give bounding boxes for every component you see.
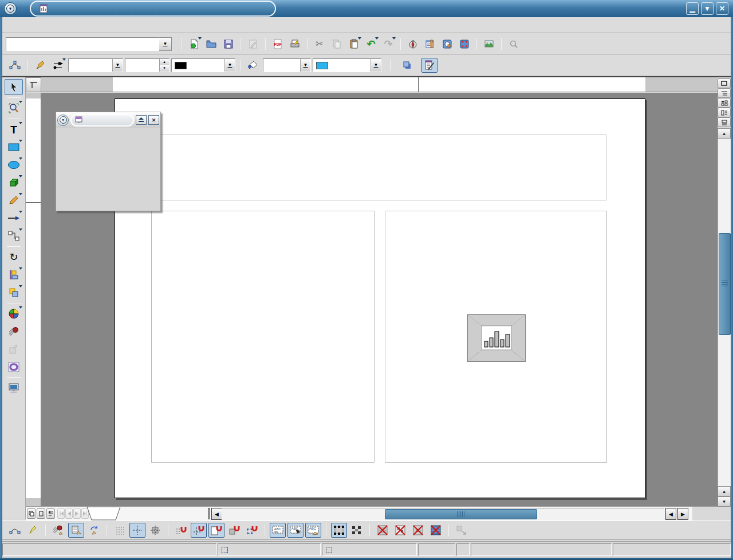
zoom-button[interactable]	[456, 37, 472, 52]
slides-view-button[interactable]	[718, 98, 731, 108]
drawing-view-button[interactable]	[718, 78, 731, 88]
print-button[interactable]	[287, 37, 303, 52]
status-size-field[interactable]	[322, 543, 417, 556]
area-dialog-button[interactable]	[245, 58, 261, 73]
chart-placeholder-icon[interactable]	[467, 314, 526, 362]
next-page-button[interactable]	[73, 508, 81, 519]
palette-close-button[interactable]: ✕	[148, 115, 159, 125]
status-page-field[interactable]	[471, 543, 612, 556]
vertical-scrollbar-thumb[interactable]	[719, 233, 731, 335]
dropdown-button[interactable]: ▼	[371, 59, 381, 72]
exit-group-button[interactable]	[454, 523, 470, 538]
line-color-combobox[interactable]: ▼	[171, 58, 235, 72]
interaction-button[interactable]	[5, 341, 23, 357]
page-mode-button[interactable]	[27, 508, 36, 519]
navigator-button[interactable]	[439, 37, 455, 52]
snap-grid-button[interactable]	[173, 523, 189, 538]
line-contour-button[interactable]	[428, 523, 444, 538]
page-tab[interactable]	[86, 507, 120, 520]
ellipse-tool-button[interactable]	[5, 157, 23, 173]
guides-front-button[interactable]	[147, 523, 163, 538]
gallery-button[interactable]	[481, 37, 497, 52]
previous-page-button[interactable]	[65, 508, 73, 519]
line-width-spinbox[interactable]: ▲▼	[125, 58, 170, 72]
snap-frame-button[interactable]	[226, 523, 242, 538]
window-menu-button[interactable]: ▾	[4, 2, 17, 15]
allow-interaction-button[interactable]	[68, 523, 84, 538]
presentation-palette[interactable]: ▾ ✕	[56, 112, 161, 211]
slide-design-button[interactable]	[421, 58, 438, 73]
snap-margins-button[interactable]	[208, 523, 224, 538]
text-placeholder-button[interactable]: ab	[410, 523, 426, 538]
line-tool-button[interactable]	[5, 210, 23, 226]
line-style-combobox[interactable]: ▼	[68, 58, 123, 72]
double-click-edit-button[interactable]: ABC	[305, 523, 321, 538]
rotate-mode-button[interactable]	[86, 523, 102, 538]
presentation-button[interactable]	[5, 380, 23, 396]
simple-handles-button[interactable]	[331, 523, 347, 538]
new-document-button[interactable]	[186, 37, 202, 52]
bezier-edit-button[interactable]	[7, 523, 23, 538]
palette-titlebar[interactable]: ▾ ✕	[56, 112, 160, 128]
notes-view-button[interactable]	[718, 108, 731, 117]
scroll-right-button[interactable]: ▶	[677, 508, 688, 520]
title-placeholder[interactable]	[151, 135, 606, 200]
show-grid-button[interactable]	[112, 523, 128, 538]
large-handles-button[interactable]	[349, 523, 365, 538]
connector-tool-button[interactable]	[5, 228, 23, 244]
first-page-button[interactable]	[57, 508, 65, 519]
horizontal-ruler[interactable]	[41, 77, 718, 92]
save-button[interactable]	[220, 37, 237, 52]
close-button[interactable]: ✕	[716, 2, 728, 15]
master-mode-button[interactable]	[37, 508, 45, 519]
status-zoom-field[interactable]	[418, 543, 455, 556]
vertical-scrollbar-track[interactable]	[718, 139, 731, 486]
scroll-left-button-2[interactable]: ◀	[665, 508, 676, 520]
alignment-button[interactable]	[5, 267, 23, 283]
edit-points-button[interactable]	[7, 58, 23, 73]
dropdown-button[interactable]: ▼	[112, 59, 123, 72]
glue-points-button[interactable]	[25, 523, 41, 538]
slide-page[interactable]	[115, 98, 645, 498]
snap-guides-button[interactable]	[191, 523, 207, 538]
dropdown-button[interactable]: ▼	[300, 59, 310, 72]
export-pdf-button[interactable]: PDF	[270, 37, 286, 52]
quick-edit-button[interactable]: ABC	[270, 523, 286, 538]
shadow-button[interactable]	[399, 58, 415, 73]
status-style-field[interactable]	[613, 543, 731, 556]
horizontal-scrollbar-thumb[interactable]	[385, 509, 537, 519]
arrange-button[interactable]	[5, 285, 23, 301]
chart-placeholder[interactable]	[385, 211, 607, 463]
rectangle-tool-button[interactable]	[5, 139, 23, 155]
spin-down-icon[interactable]: ▼	[160, 65, 169, 72]
cut-button[interactable]: ✂	[312, 37, 328, 52]
select-text-area-button[interactable]: ABC	[287, 523, 304, 538]
scroll-up-button-2[interactable]: ▲	[718, 486, 731, 496]
rotate-tool-button[interactable]: ↻	[5, 249, 23, 265]
copy-button[interactable]	[329, 37, 345, 52]
fill-style-combobox[interactable]: ▼	[263, 58, 311, 72]
palette-rollup-button[interactable]	[136, 115, 147, 125]
outline-view-button[interactable]	[718, 88, 731, 98]
vertical-ruler[interactable]	[26, 93, 41, 506]
spin-buttons[interactable]: ▲▼	[159, 59, 169, 72]
url-combobox-input[interactable]	[6, 37, 159, 51]
select-tool-button[interactable]	[5, 79, 23, 95]
navigator-compass-button[interactable]	[405, 37, 421, 52]
undo-button[interactable]: ↶	[363, 37, 379, 52]
scroll-down-button[interactable]: ▼	[718, 496, 731, 507]
tab-stop-corner-button[interactable]	[26, 77, 41, 92]
curve-tool-button[interactable]	[5, 192, 23, 208]
horizontal-scrollbar-track[interactable]	[222, 508, 664, 520]
allow-effects-button[interactable]	[50, 523, 66, 538]
spin-up-icon[interactable]: ▲	[160, 59, 169, 65]
picture-placeholder-button[interactable]	[375, 523, 391, 538]
titlebar[interactable]: ▾ ▁ ▼ ✕	[0, 0, 733, 17]
edit-file-button[interactable]	[245, 37, 261, 52]
show-guides-button[interactable]	[129, 523, 145, 538]
redo-button[interactable]: ↷	[380, 37, 396, 52]
scroll-up-button[interactable]: ▲	[718, 128, 731, 139]
arrow-ends-button[interactable]	[50, 58, 66, 73]
maximize-button[interactable]: ▼	[701, 2, 714, 15]
palette-menu-button[interactable]: ▾	[57, 115, 69, 126]
